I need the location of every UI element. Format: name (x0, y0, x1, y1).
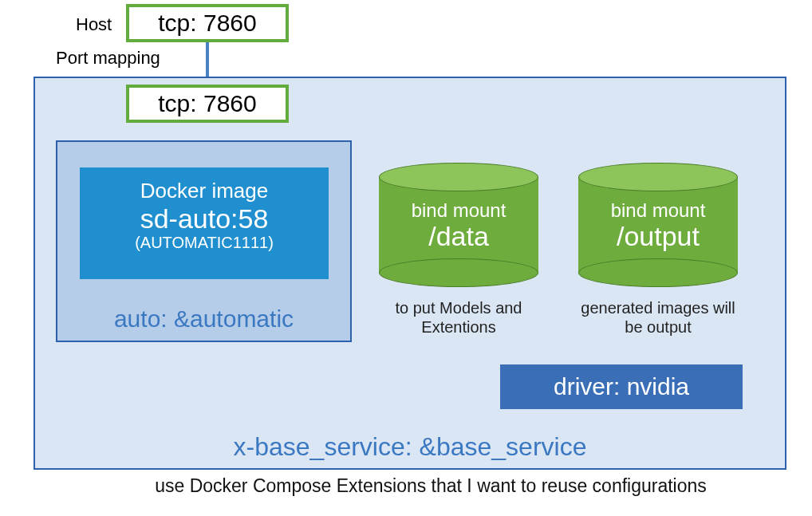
bind-mount-output-path: /output (578, 222, 738, 250)
label-host: Host (76, 14, 112, 35)
bind-mount-data-label: bind mount (379, 199, 538, 222)
diagram-canvas: Host Port mapping container x-base_servi… (0, 0, 812, 516)
footer-text: use Docker Compose Extensions that I wan… (80, 475, 782, 497)
driver-box: driver: nvidia (500, 364, 743, 409)
docker-image-sub: (AUTOMATIC1111) (80, 234, 329, 252)
base-service-title: x-base_service: &base_service (35, 432, 785, 462)
bind-mount-data-caption: to put Models and Extentions (371, 298, 546, 337)
bind-mount-data-path: /data (379, 222, 538, 250)
auto-service-title: auto: &automatic (57, 305, 350, 333)
bind-mount-output-caption: generated images will be output (570, 298, 746, 337)
docker-image-tag: sd-auto:58 (80, 203, 329, 234)
docker-image-box: Docker image sd-auto:58 (AUTOMATIC1111) (80, 167, 329, 279)
bind-mount-output: bind mount /output (578, 177, 738, 273)
label-port-mapping: Port mapping (56, 48, 160, 69)
docker-image-label: Docker image (80, 179, 329, 203)
bind-mount-output-label: bind mount (578, 199, 738, 222)
container-port-box: tcp: 7860 (126, 85, 289, 123)
host-port-box: tcp: 7860 (126, 4, 289, 42)
bind-mount-data: bind mount /data (379, 177, 538, 273)
